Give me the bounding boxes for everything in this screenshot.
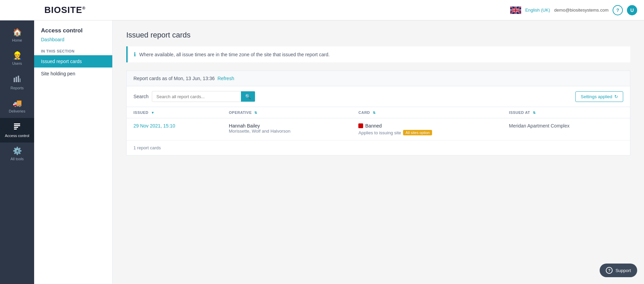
sub-nav-item-site-holding-pen[interactable]: Site holding pen: [34, 68, 112, 80]
sidebar-label-deliveries: Deliveries: [9, 109, 25, 113]
sidebar-item-users[interactable]: 👷 Users: [0, 47, 34, 70]
all-sites-badge: All sites option: [403, 130, 432, 135]
svg-rect-7: [14, 127, 18, 128]
header-right: English (UK) demo@biositesystems.com ? U: [510, 5, 637, 15]
info-icon: ℹ: [134, 51, 136, 58]
card-label: Banned: [365, 123, 382, 129]
operative-company: Morissette, Wolf and Halvorson: [229, 129, 345, 134]
search-left: Search 🔍: [133, 91, 255, 102]
sub-nav-title: Access control: [34, 27, 112, 35]
report-cards-section: Report cards as of Mon, 13 Jun, 13:36 Re…: [126, 71, 630, 155]
sidebar: 🏠 Home 👷 Users Reports 🚚 Deliveries: [0, 20, 34, 284]
language-selector[interactable]: English (UK): [525, 8, 550, 13]
refresh-link[interactable]: Refresh: [217, 76, 234, 81]
home-icon: 🏠: [13, 29, 22, 36]
report-table: ISSUED ▼ OPERATIVE ⇅ CARD ⇅ ISSUED AT: [127, 107, 630, 140]
logo-reg: ®: [82, 6, 86, 11]
logo-area: BIOSITE®: [44, 5, 86, 15]
sidebar-label-users: Users: [12, 61, 22, 65]
all-tools-icon: ⚙️: [13, 147, 22, 155]
card-applies: Applies to issuing site All sites option: [358, 130, 495, 135]
issued-sort-icon: ▼: [151, 111, 155, 115]
card-status: Banned: [358, 123, 495, 129]
info-message: Where available, all issue times are in …: [139, 52, 330, 57]
sidebar-label-home: Home: [12, 38, 22, 42]
cell-issued-at: Meridan Apartment Complex: [502, 118, 630, 140]
sidebar-item-home[interactable]: 🏠 Home: [0, 24, 34, 47]
support-label: Support: [615, 268, 631, 273]
access-control-icon: [13, 123, 21, 132]
users-icon: 👷: [13, 52, 22, 59]
settings-btn-label: Settings applied: [581, 94, 612, 99]
search-row: Search 🔍 Settings applied ↻: [127, 86, 630, 107]
issued-at-sort-icon: ⇅: [533, 111, 536, 115]
top-header: BIOSITE® English (UK) demo@biositesystem…: [0, 0, 644, 20]
cell-issued-date: 29 Nov 2021, 15:10: [127, 118, 222, 140]
reports-icon: [13, 75, 21, 84]
operative-sort-icon: ⇅: [254, 111, 257, 115]
report-cards-timestamp: Report cards as of Mon, 13 Jun, 13:36: [133, 76, 215, 81]
search-label: Search: [133, 94, 148, 99]
svg-rect-5: [14, 123, 20, 124]
info-box: ℹ Where available, all issue times are i…: [126, 46, 630, 62]
sub-nav-item-issued-report-cards[interactable]: Issued report cards: [34, 55, 112, 68]
cell-card: Banned Applies to issuing site All sites…: [352, 118, 502, 140]
sidebar-label-all-tools: All tools: [11, 157, 24, 161]
svg-rect-2: [16, 77, 17, 82]
svg-rect-4: [20, 78, 20, 82]
support-icon: ?: [606, 267, 613, 274]
user-button[interactable]: U: [627, 5, 637, 15]
help-button[interactable]: ?: [613, 5, 623, 15]
main-layout: 🏠 Home 👷 Users Reports 🚚 Deliveries: [0, 20, 644, 284]
card-sort-icon: ⇅: [373, 111, 376, 115]
col-issued[interactable]: ISSUED ▼: [127, 107, 222, 118]
sidebar-item-access-control[interactable]: Access control: [0, 118, 34, 143]
flag-icon: [510, 6, 521, 14]
search-button[interactable]: 🔍: [241, 91, 255, 102]
svg-rect-3: [18, 76, 19, 82]
settings-applied-button[interactable]: Settings applied ↻: [575, 91, 623, 102]
sidebar-label-access-control: Access control: [5, 134, 29, 138]
search-input-wrap: 🔍: [152, 91, 255, 102]
logo-text: BIOSITE®: [44, 5, 86, 15]
logo-name: BIOSITE: [44, 5, 82, 15]
page-title: Issued report cards: [126, 31, 630, 40]
card-color-dot: [358, 123, 363, 128]
operative-name: Hannah Bailey: [229, 123, 345, 129]
svg-rect-6: [14, 125, 20, 126]
col-issued-at[interactable]: ISSUED AT ⇅: [502, 107, 630, 118]
settings-refresh-icon: ↻: [614, 94, 618, 99]
svg-rect-1: [14, 78, 15, 82]
user-email: demo@biositesystems.com: [554, 8, 609, 13]
issued-at-value: Meridan Apartment Complex: [509, 123, 569, 129]
col-card[interactable]: CARD ⇅: [352, 107, 502, 118]
table-body: 29 Nov 2021, 15:10 Hannah Bailey Morisse…: [127, 118, 630, 140]
sidebar-item-reports[interactable]: Reports: [0, 70, 34, 95]
content-area: Issued report cards ℹ Where available, a…: [113, 20, 644, 284]
table-header: ISSUED ▼ OPERATIVE ⇅ CARD ⇅ ISSUED AT: [127, 107, 630, 118]
sidebar-item-all-tools[interactable]: ⚙️ All tools: [0, 143, 34, 166]
card-applies-text: Applies to issuing site: [358, 130, 401, 135]
support-button[interactable]: ? Support: [600, 264, 637, 277]
issued-date-link[interactable]: 29 Nov 2021, 15:10: [133, 123, 175, 129]
search-input[interactable]: [152, 92, 241, 102]
sidebar-item-deliveries[interactable]: 🚚 Deliveries: [0, 95, 34, 118]
col-operative[interactable]: OPERATIVE ⇅: [222, 107, 352, 118]
table-row: 29 Nov 2021, 15:10 Hannah Bailey Morisse…: [127, 118, 630, 140]
deliveries-icon: 🚚: [13, 100, 22, 107]
svg-rect-8: [14, 129, 17, 130]
sub-nav: Access control Dashboard IN THIS SECTION…: [34, 20, 113, 284]
report-count: 1 report cards: [127, 140, 630, 155]
sub-nav-dashboard-link[interactable]: Dashboard: [34, 35, 112, 44]
sidebar-label-reports: Reports: [11, 86, 24, 90]
cell-operative: Hannah Bailey Morissette, Wolf and Halvo…: [222, 118, 352, 140]
report-cards-header: Report cards as of Mon, 13 Jun, 13:36 Re…: [127, 71, 630, 86]
sub-nav-section-label: IN THIS SECTION: [34, 44, 112, 55]
